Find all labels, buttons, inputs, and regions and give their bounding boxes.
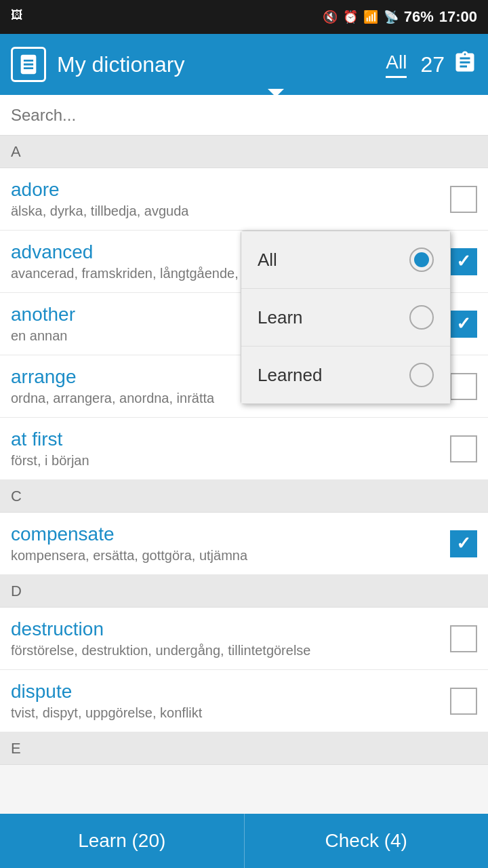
checkbox-adore[interactable] [450,186,477,213]
word-title-destruction: destruction [11,618,450,640]
word-content-adore: adore älska, dyrka, tillbedja, avguda [11,179,450,219]
checkbox-at-first[interactable] [450,435,477,462]
word-item-adore[interactable]: adore älska, dyrka, tillbedja, avguda [0,168,488,231]
checkbox-advanced[interactable] [450,248,477,275]
word-item-dispute[interactable]: dispute tvist, dispyt, uppgörelse, konfl… [0,670,488,732]
status-bar: 🖼 🔇 ⏰ 📶 📡 76% 17:00 [0,0,488,34]
status-icons: 🔇 ⏰ 📶 📡 76% 17:00 [323,8,477,26]
dropdown-label-learn: Learn [258,307,303,328]
word-content-compensate: compensate kompensera, ersätta, gottgöra… [11,524,450,564]
content-area: A adore älska, dyrka, tillbedja, avguda … [0,136,488,861]
section-a-header: A [0,136,488,168]
filter-label[interactable]: All [386,52,407,78]
word-title-dispute: dispute [11,681,450,703]
app-title: My dictionary [57,52,386,77]
word-item-destruction[interactable]: destruction förstörelse, destruktion, un… [0,608,488,670]
radio-learned[interactable] [409,363,434,387]
word-count: 27 [420,52,445,77]
book-svg [17,53,40,76]
word-trans-at-first: först, i början [11,453,450,469]
word-content-dispute: dispute tvist, dispyt, uppgörelse, konfl… [11,681,450,721]
time-display: 17:00 [439,8,477,26]
dropdown-label-learned: Learned [258,365,322,386]
word-item-compensate[interactable]: compensate kompensera, ersätta, gottgöra… [0,513,488,575]
dropdown-label-all: All [258,250,277,271]
radio-learn[interactable] [409,305,434,330]
dropdown-item-all[interactable]: All [241,231,450,289]
header: My dictionary All 27 [0,34,488,95]
dropdown-item-learn[interactable]: Learn [241,289,450,347]
word-title-adore: adore [11,179,450,201]
section-e-header: E [0,732,488,765]
word-title-compensate: compensate [11,524,450,545]
word-trans-adore: älska, dyrka, tillbedja, avguda [11,203,450,219]
section-d-label: D [11,583,22,600]
mute-icon: 🔇 [323,9,338,24]
word-title-at-first: at first [11,429,450,450]
checkbox-another[interactable] [450,311,477,338]
status-left-icons: 🖼 [11,8,23,22]
clipboard-icon[interactable] [453,50,477,79]
image-icon: 🖼 [11,8,23,22]
search-input[interactable] [11,106,477,125]
checkbox-destruction[interactable] [450,625,477,652]
bottom-bar: Learn (20) Check (4) [0,814,488,868]
book-icon [11,47,46,82]
learn-button[interactable]: Learn (20) [0,814,244,868]
word-content-at-first: at first först, i början [11,429,450,469]
dropdown-item-learned[interactable]: Learned [241,347,450,403]
radio-all-inner [414,252,429,267]
search-bar[interactable] [0,95,488,136]
battery-level: 76% [404,8,434,26]
section-e-label: E [11,740,21,757]
wifi-icon: 📶 [363,9,378,24]
check-button[interactable]: Check (4) [244,814,489,868]
section-d-header: D [0,575,488,608]
alarm-icon: ⏰ [343,9,358,24]
filter-dropdown[interactable]: All Learn Learned [241,231,451,404]
word-item-at-first[interactable]: at first först, i början [0,418,488,480]
section-c-header: C [0,480,488,513]
word-trans-destruction: förstörelse, destruktion, undergång, til… [11,643,450,658]
section-c-label: C [11,488,22,505]
word-trans-compensate: kompensera, ersätta, gottgöra, utjämna [11,548,450,564]
radio-all[interactable] [409,248,434,272]
checkbox-arrange[interactable] [450,373,477,400]
checkbox-compensate[interactable] [450,530,477,557]
word-content-destruction: destruction förstörelse, destruktion, un… [11,618,450,658]
word-trans-dispute: tvist, dispyt, uppgörelse, konflikt [11,705,450,721]
signal-icon: 📡 [384,9,399,24]
section-a-label: A [11,143,21,161]
checkbox-dispute[interactable] [450,688,477,715]
filter-arrow [268,89,284,97]
clipboard-svg [453,50,477,75]
